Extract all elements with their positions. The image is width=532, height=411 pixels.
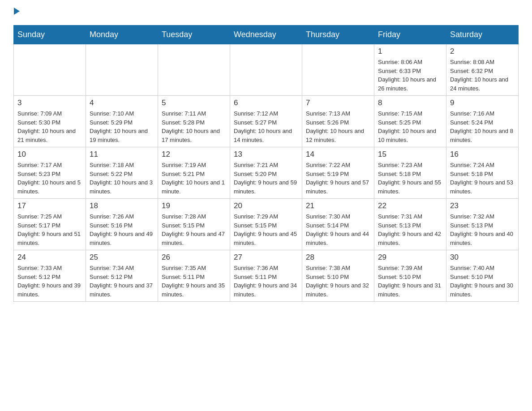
day-number: 16 [450,150,515,159]
logo [13,9,20,16]
calendar-cell: 14Sunrise: 7:22 AM Sunset: 5:19 PM Dayli… [302,147,374,199]
calendar-cell: 27Sunrise: 7:36 AM Sunset: 5:11 PM Dayli… [230,250,302,302]
calendar-cell: 19Sunrise: 7:28 AM Sunset: 5:15 PM Dayli… [158,199,230,250]
day-number: 22 [378,201,442,210]
calendar-cell: 5Sunrise: 7:11 AM Sunset: 5:28 PM Daylig… [158,96,230,147]
calendar-cell: 4Sunrise: 7:10 AM Sunset: 5:29 PM Daylig… [86,96,158,147]
day-number: 13 [234,150,298,159]
day-number: 6 [234,98,298,107]
calendar-cell [14,44,86,96]
day-number: 19 [162,201,226,210]
day-info: Sunrise: 7:34 AM Sunset: 5:12 PM Dayligh… [90,264,154,299]
calendar-cell: 13Sunrise: 7:21 AM Sunset: 5:20 PM Dayli… [230,147,302,199]
day-info: Sunrise: 7:40 AM Sunset: 5:10 PM Dayligh… [450,264,515,299]
calendar-cell: 30Sunrise: 7:40 AM Sunset: 5:10 PM Dayli… [446,250,519,302]
day-info: Sunrise: 7:23 AM Sunset: 5:18 PM Dayligh… [378,161,442,196]
calendar-cell: 1Sunrise: 8:06 AM Sunset: 6:33 PM Daylig… [374,44,446,96]
day-number: 24 [17,253,82,262]
day-info: Sunrise: 7:38 AM Sunset: 5:10 PM Dayligh… [306,264,370,299]
calendar-table: Sunday Monday Tuesday Wednesday Thursday… [13,25,519,302]
day-number: 21 [306,201,370,210]
day-info: Sunrise: 7:25 AM Sunset: 5:17 PM Dayligh… [17,212,82,247]
day-info: Sunrise: 7:18 AM Sunset: 5:22 PM Dayligh… [90,161,154,196]
day-info: Sunrise: 7:39 AM Sunset: 5:10 PM Dayligh… [378,264,442,299]
day-info: Sunrise: 7:13 AM Sunset: 5:26 PM Dayligh… [306,109,370,144]
day-number: 11 [90,150,154,159]
day-info: Sunrise: 7:35 AM Sunset: 5:11 PM Dayligh… [162,264,226,299]
calendar-cell: 24Sunrise: 7:33 AM Sunset: 5:12 PM Dayli… [14,250,86,302]
calendar-cell: 17Sunrise: 7:25 AM Sunset: 5:17 PM Dayli… [14,199,86,250]
page-header [13,9,519,16]
day-info: Sunrise: 8:06 AM Sunset: 6:33 PM Dayligh… [378,58,442,93]
calendar-cell: 16Sunrise: 7:24 AM Sunset: 5:18 PM Dayli… [446,147,519,199]
day-number: 29 [378,253,442,262]
day-number: 7 [306,98,370,107]
header-thursday: Thursday [302,26,374,44]
day-number: 26 [162,253,226,262]
day-number: 25 [90,253,154,262]
day-info: Sunrise: 7:31 AM Sunset: 5:13 PM Dayligh… [378,212,442,247]
calendar-week-row: 10Sunrise: 7:17 AM Sunset: 5:23 PM Dayli… [14,147,519,199]
calendar-cell: 12Sunrise: 7:19 AM Sunset: 5:21 PM Dayli… [158,147,230,199]
day-number: 10 [17,150,82,159]
day-number: 17 [17,201,82,210]
day-info: Sunrise: 7:19 AM Sunset: 5:21 PM Dayligh… [162,161,226,196]
header-wednesday: Wednesday [230,26,302,44]
calendar-week-row: 17Sunrise: 7:25 AM Sunset: 5:17 PM Dayli… [14,199,519,250]
calendar-cell: 20Sunrise: 7:29 AM Sunset: 5:15 PM Dayli… [230,199,302,250]
calendar-cell: 6Sunrise: 7:12 AM Sunset: 5:27 PM Daylig… [230,96,302,147]
weekday-header-row: Sunday Monday Tuesday Wednesday Thursday… [14,26,519,44]
calendar-week-row: 3Sunrise: 7:09 AM Sunset: 5:30 PM Daylig… [14,96,519,147]
day-info: Sunrise: 7:29 AM Sunset: 5:15 PM Dayligh… [234,212,298,247]
day-number: 5 [162,98,226,107]
calendar-cell [86,44,158,96]
day-info: Sunrise: 7:36 AM Sunset: 5:11 PM Dayligh… [234,264,298,299]
calendar-cell: 18Sunrise: 7:26 AM Sunset: 5:16 PM Dayli… [86,199,158,250]
day-number: 28 [306,253,370,262]
calendar-cell: 28Sunrise: 7:38 AM Sunset: 5:10 PM Dayli… [302,250,374,302]
day-number: 30 [450,253,515,262]
day-info: Sunrise: 7:16 AM Sunset: 5:24 PM Dayligh… [450,109,515,144]
day-info: Sunrise: 7:15 AM Sunset: 5:25 PM Dayligh… [378,109,442,144]
day-info: Sunrise: 7:09 AM Sunset: 5:30 PM Dayligh… [17,109,82,144]
calendar-cell: 29Sunrise: 7:39 AM Sunset: 5:10 PM Dayli… [374,250,446,302]
day-info: Sunrise: 7:17 AM Sunset: 5:23 PM Dayligh… [17,161,82,196]
day-info: Sunrise: 7:21 AM Sunset: 5:20 PM Dayligh… [234,161,298,196]
day-info: Sunrise: 7:33 AM Sunset: 5:12 PM Dayligh… [17,264,82,299]
header-friday: Friday [374,26,446,44]
calendar-cell [302,44,374,96]
header-saturday: Saturday [446,26,519,44]
calendar-cell: 9Sunrise: 7:16 AM Sunset: 5:24 PM Daylig… [446,96,519,147]
day-number: 20 [234,201,298,210]
day-info: Sunrise: 7:22 AM Sunset: 5:19 PM Dayligh… [306,161,370,196]
calendar-cell: 23Sunrise: 7:32 AM Sunset: 5:13 PM Dayli… [446,199,519,250]
day-number: 1 [378,47,442,56]
calendar-cell: 3Sunrise: 7:09 AM Sunset: 5:30 PM Daylig… [14,96,86,147]
day-number: 9 [450,98,515,107]
day-info: Sunrise: 7:28 AM Sunset: 5:15 PM Dayligh… [162,212,226,247]
day-info: Sunrise: 7:11 AM Sunset: 5:28 PM Dayligh… [162,109,226,144]
day-info: Sunrise: 7:12 AM Sunset: 5:27 PM Dayligh… [234,109,298,144]
calendar-cell: 8Sunrise: 7:15 AM Sunset: 5:25 PM Daylig… [374,96,446,147]
calendar-cell [230,44,302,96]
calendar-week-row: 24Sunrise: 7:33 AM Sunset: 5:12 PM Dayli… [14,250,519,302]
calendar-cell: 7Sunrise: 7:13 AM Sunset: 5:26 PM Daylig… [302,96,374,147]
header-monday: Monday [86,26,158,44]
day-info: Sunrise: 7:24 AM Sunset: 5:18 PM Dayligh… [450,161,515,196]
day-number: 18 [90,201,154,210]
calendar-week-row: 1Sunrise: 8:06 AM Sunset: 6:33 PM Daylig… [14,44,519,96]
day-number: 12 [162,150,226,159]
day-info: Sunrise: 7:30 AM Sunset: 5:14 PM Dayligh… [306,212,370,247]
calendar-cell: 21Sunrise: 7:30 AM Sunset: 5:14 PM Dayli… [302,199,374,250]
calendar-cell [158,44,230,96]
calendar-cell: 11Sunrise: 7:18 AM Sunset: 5:22 PM Dayli… [86,147,158,199]
day-info: Sunrise: 8:08 AM Sunset: 6:32 PM Dayligh… [450,58,515,93]
logo-triangle-icon [14,8,20,15]
calendar-cell: 10Sunrise: 7:17 AM Sunset: 5:23 PM Dayli… [14,147,86,199]
calendar-cell: 22Sunrise: 7:31 AM Sunset: 5:13 PM Dayli… [374,199,446,250]
day-number: 8 [378,98,442,107]
header-sunday: Sunday [14,26,86,44]
calendar-cell: 2Sunrise: 8:08 AM Sunset: 6:32 PM Daylig… [446,44,519,96]
day-number: 15 [378,150,442,159]
day-number: 2 [450,47,515,56]
